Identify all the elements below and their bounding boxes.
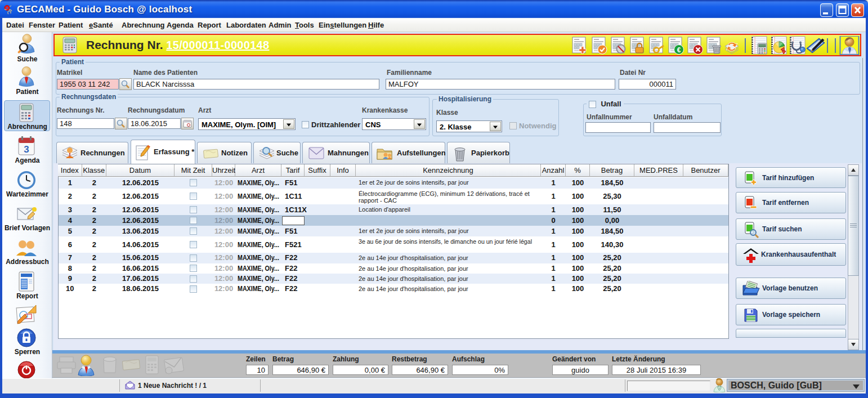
svg-text:€: € [677,46,681,54]
svg-text:3: 3 [24,144,29,155]
